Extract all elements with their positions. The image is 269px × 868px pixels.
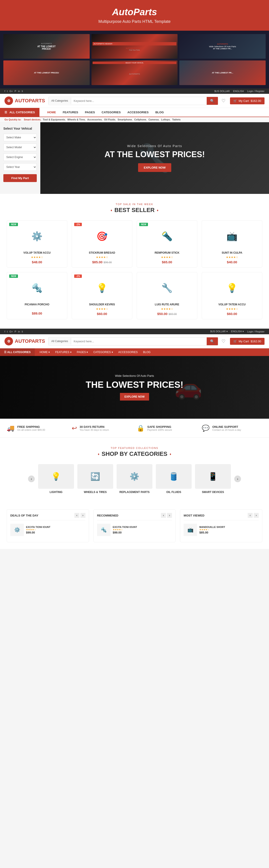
login-2[interactable]: Login / Register [247, 330, 265, 333]
pt-icon-2[interactable]: P [15, 330, 16, 333]
categories-prev-btn[interactable]: ‹ [28, 475, 35, 482]
login-link[interactable]: Login / Register [247, 90, 265, 92]
recommended-prev-btn[interactable]: ‹ [161, 513, 166, 518]
oil-image: 🛢️ [156, 464, 192, 489]
preview-item-6[interactable]: AT THE LOWEST PR... [179, 60, 266, 85]
quick-link-tablets[interactable]: Tablets [172, 118, 181, 121]
product-price-6: $50.00$69.00 [140, 312, 194, 316]
product-card-3[interactable]: 📺 SUNT IN CULPA ★★★★☆ $40.00 [202, 220, 262, 268]
make-select[interactable]: Select Make [3, 134, 37, 141]
product-card-7[interactable]: 💡 VOLUP TATEM ACCU ★★★★☆ $60.00 [202, 272, 262, 319]
product-card-5[interactable]: -1% 💡 SHOULDER KEVRIS ★★★★☆ $60.00 [72, 272, 132, 319]
search-button-2[interactable]: 🔍 [207, 337, 218, 345]
product-stars-7: ★★★★☆ [205, 307, 259, 311]
search-input-2[interactable] [71, 338, 207, 345]
deals-next-btn[interactable]: › [80, 513, 85, 518]
gp-icon-2[interactable]: G+ [9, 330, 13, 333]
category-lighting[interactable]: 💡 LIGHTING [38, 464, 74, 494]
preview-item-2[interactable]: AUTOPARTS HEADER AUTOMOTIVE SHOP Find Yo… [91, 34, 178, 59]
language-selector[interactable]: ENGLISH [233, 90, 244, 92]
most-viewed-next-btn[interactable]: › [254, 513, 259, 518]
search-category-2[interactable]: All Categories [49, 338, 71, 345]
category-smart[interactable]: 📱 SMART DEVICES [195, 464, 231, 494]
quick-link-wheels[interactable]: Wheels & Tires [68, 118, 85, 121]
page2-explore-button[interactable]: EXPLORE NOW [120, 393, 149, 401]
preview-item-1[interactable]: AUTOPARTS AT THE LOWESTPRICES! [3, 34, 90, 59]
product-card-4[interactable]: NEW 🔩 PICANHA PORCHO $89.00 [7, 272, 67, 319]
product-card-2[interactable]: NEW 🔦 REMPORUM STICK ★★★★☆ $65.00 [137, 220, 197, 268]
quick-link-tools[interactable]: Tool & Equipments [43, 118, 65, 121]
category-oil[interactable]: 🛢️ OIL FLUIDS [156, 464, 192, 494]
nav-pages-2[interactable]: PAGES ▾ [74, 348, 91, 356]
currency-2[interactable]: $US DOLLAR ▾ [210, 330, 228, 333]
quick-link-smart[interactable]: Smart devices [24, 118, 41, 121]
product-stars-0: ★★★★☆ [10, 256, 64, 259]
twitter-icon[interactable]: t [7, 90, 8, 92]
find-part-button[interactable]: Find My Part [3, 174, 37, 182]
explore-button[interactable]: EXPLORE NOW [138, 163, 171, 172]
nav-home-2[interactable]: HOME ▾ [37, 348, 52, 356]
currency-selector[interactable]: $US DOLLAR [214, 90, 230, 92]
linkedin-icon[interactable]: li [22, 90, 23, 92]
safe-desc: Payment 100% secure [147, 429, 172, 431]
recommended-product-image: 🔩 [97, 524, 110, 536]
fb-icon-2[interactable]: f [4, 330, 5, 333]
cart-button-2[interactable]: 🛒 My Cart $162.00 [230, 338, 265, 345]
wishlist-icon[interactable]: ♡ [221, 98, 225, 103]
most-viewed-prev-btn[interactable]: ‹ [248, 513, 253, 518]
product-badge-4: NEW [9, 275, 18, 278]
in-icon-2[interactable]: in [18, 330, 20, 333]
quick-link-cameras[interactable]: Cameras [149, 118, 159, 121]
instagram-icon[interactable]: in [18, 90, 20, 92]
preview-item-5[interactable]: SELECT YOUR VEHICAL AUTOPARTS [91, 60, 178, 85]
shipping-desc: On all orders over $99.00 [17, 429, 45, 431]
all-categories-2[interactable]: ☰ ALL CATEGORIES [0, 348, 35, 356]
product-name-4: PICANHA PORCHO [10, 303, 64, 306]
logo[interactable]: ⚙ AUTOPARTS [4, 96, 45, 105]
product-card-0[interactable]: NEW ⚙️ VOLUP TATEM ACCU ★★★★☆ $48.00 [7, 220, 67, 268]
quick-link-smartphone[interactable]: Smartphone [118, 118, 132, 121]
nav-categories-2[interactable]: CATEGORIES ▾ [90, 348, 115, 356]
category-wheels[interactable]: 🔄 WHEELS & TIRES [77, 464, 113, 494]
model-select[interactable]: Select Model [3, 144, 37, 151]
category-parts[interactable]: ⚙️ REPLACEMENT PARTS [116, 464, 153, 494]
search-input[interactable] [71, 97, 207, 104]
nav-blog-2[interactable]: BLOG [140, 348, 153, 356]
shipping-title: FREE SHIPPING [17, 425, 45, 429]
quick-link-oil[interactable]: Oil Fluids [104, 118, 115, 121]
cart-button[interactable]: 🛒 My Cart $162.00 [230, 97, 265, 104]
safe-icon: 🔒 [137, 425, 144, 432]
preview-item-4[interactable]: AT THE LOWEST PRICES! [3, 60, 90, 85]
deals-header: DEALS OF THE DAY ‹ › [10, 513, 85, 520]
nav-features-2[interactable]: FEATURES ▾ [52, 348, 74, 356]
pinterest-icon[interactable]: P [15, 90, 16, 92]
logo-2[interactable]: ⚙ AUTOPARTS [4, 337, 45, 345]
categories-next-btn[interactable]: › [234, 475, 241, 482]
recommended-next-btn[interactable]: › [167, 513, 172, 518]
quick-link-lollops[interactable]: Lollops [161, 118, 170, 121]
product-card-1[interactable]: -1% 🎯 STICKRUM BRESAD ★★★★☆ $85.00$96.00 [72, 220, 132, 268]
facebook-icon[interactable]: f [4, 90, 5, 92]
deals-prev-btn[interactable]: ‹ [75, 513, 79, 518]
top-bar: f t G+ P in li $US DOLLAR ENGLISH Login … [0, 88, 269, 94]
nav-accessories-2[interactable]: ACCESSORIES [116, 348, 140, 356]
tw-icon-2[interactable]: t [7, 330, 8, 333]
hero-subtitle: Wide Selections Of Auto Parts [105, 144, 205, 148]
wishlist-icon-2[interactable]: ♡ [221, 339, 225, 344]
language-2[interactable]: ENGLISH ▾ [231, 330, 244, 333]
li-icon-2[interactable]: li [22, 330, 23, 333]
all-categories-button[interactable]: ☰ ALL CATEGORIES [0, 108, 39, 117]
google-plus-icon[interactable]: G+ [9, 90, 13, 92]
preview-item-3[interactable]: AUTOPARTS Wide Selections Of Auto Parts … [179, 34, 266, 59]
product-name-3: SUNT IN CULPA [205, 251, 259, 254]
quick-link-cellphone[interactable]: Cellphone [134, 118, 146, 121]
year-select[interactable]: Select Year [3, 163, 37, 171]
recommended-product-name: EXCITA TIONI IOUNT [113, 526, 137, 528]
search-category-dropdown[interactable]: All Categories [49, 97, 71, 104]
search-button[interactable]: 🔍 [207, 97, 218, 105]
cart-label-2: My Cart [239, 340, 249, 343]
product-card-6[interactable]: 🔧 LUIS RUTE ARURE ★★★★☆ $50.00$69.00 [137, 272, 197, 319]
quick-link-accessories[interactable]: Accessories [87, 118, 102, 121]
engine-select[interactable]: Select Engine [3, 153, 37, 161]
safe-title: SAFE SHOPPING [147, 425, 172, 429]
